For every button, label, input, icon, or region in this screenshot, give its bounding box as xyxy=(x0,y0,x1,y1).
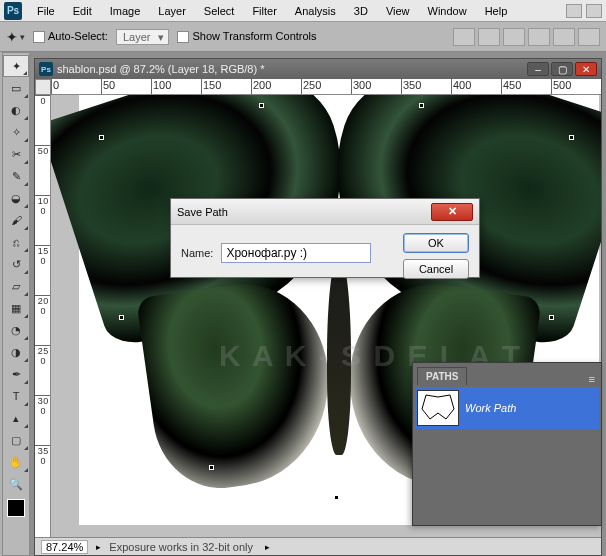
path-anchor[interactable] xyxy=(119,315,124,320)
menu-image[interactable]: Image xyxy=(101,5,150,17)
menu-filter[interactable]: Filter xyxy=(243,5,285,17)
window-close-button[interactable]: ✕ xyxy=(575,62,597,76)
align-button-3[interactable] xyxy=(503,28,525,46)
status-arrow-icon[interactable]: ▸ xyxy=(96,542,101,552)
path-item-name: Work Path xyxy=(465,402,516,414)
vertical-ruler[interactable]: 05 0 1 0 01 5 0 2 0 02 5 0 3 0 03 5 0 xyxy=(35,95,51,537)
status-bar: 87.24% ▸ Exposure works in 32-bit only ▸ xyxy=(35,537,601,555)
name-label: Name: xyxy=(181,247,213,259)
menu-file[interactable]: File xyxy=(28,5,64,17)
type-tool[interactable]: T xyxy=(3,385,29,407)
window-minimize-button[interactable]: – xyxy=(527,62,549,76)
brush-tool[interactable]: 🖌 xyxy=(3,209,29,231)
dialog-titlebar[interactable]: Save Path ✕ xyxy=(171,199,479,225)
panel-menu-icon[interactable]: ≡ xyxy=(583,373,601,385)
zoom-level[interactable]: 87.24% xyxy=(41,540,88,554)
path-name-input[interactable] xyxy=(221,243,371,263)
menu-layer[interactable]: Layer xyxy=(149,5,195,17)
toolbox: ✦ ▭ ◐ ✧ ✂ ✎ ◒ 🖌 ⎌ ↺ ▱ ▦ ◔ ◑ ✒ T ▴ ▢ ✋ 🔍 xyxy=(2,52,30,556)
path-anchor[interactable] xyxy=(209,465,214,470)
hand-tool[interactable]: ✋ xyxy=(3,451,29,473)
path-select-tool[interactable]: ▴ xyxy=(3,407,29,429)
spot-heal-tool[interactable]: ◒ xyxy=(3,187,29,209)
align-button-6[interactable] xyxy=(578,28,600,46)
show-transform-label: Show Transform Controls xyxy=(192,30,316,42)
horizontal-ruler[interactable]: 050 100150 200250 300350 400450 500 xyxy=(51,79,601,95)
show-transform-checkbox[interactable]: Show Transform Controls xyxy=(177,30,316,43)
menu-window[interactable]: Window xyxy=(419,5,476,17)
document-titlebar[interactable]: Ps shablon.psd @ 87.2% (Layer 18, RGB/8)… xyxy=(35,59,601,79)
fg-bg-color-swatch[interactable] xyxy=(7,499,25,517)
menu-3d[interactable]: 3D xyxy=(345,5,377,17)
options-bar: ✦▾ Auto-Select: Layer Show Transform Con… xyxy=(0,22,606,52)
menu-analysis[interactable]: Analysis xyxy=(286,5,345,17)
status-menu-icon[interactable]: ▸ xyxy=(265,542,270,552)
auto-select-label: Auto-Select: xyxy=(48,30,108,42)
align-button-2[interactable] xyxy=(478,28,500,46)
save-path-dialog: Save Path ✕ OK Cancel Name: xyxy=(170,198,480,278)
move-icon: ✦ xyxy=(6,29,18,45)
auto-select-dropdown[interactable]: Layer xyxy=(116,29,170,45)
move-tool[interactable]: ✦ xyxy=(3,55,29,77)
path-anchor[interactable] xyxy=(259,103,264,108)
screen-mode-button[interactable] xyxy=(586,4,602,18)
document-title: shablon.psd @ 87.2% (Layer 18, RGB/8) * xyxy=(57,63,264,75)
align-button-4[interactable] xyxy=(528,28,550,46)
auto-select-checkbox[interactable]: Auto-Select: xyxy=(33,30,108,43)
history-brush-tool[interactable]: ↺ xyxy=(3,253,29,275)
paths-panel: PATHS ≡ Work Path xyxy=(412,362,602,526)
magic-wand-tool[interactable]: ✧ xyxy=(3,121,29,143)
menu-select[interactable]: Select xyxy=(195,5,244,17)
doc-icon: Ps xyxy=(39,62,53,76)
app-logo: Ps xyxy=(4,2,22,20)
path-anchor[interactable] xyxy=(419,103,424,108)
ruler-origin[interactable] xyxy=(35,79,51,95)
menu-view[interactable]: View xyxy=(377,5,419,17)
status-message: Exposure works in 32-bit only xyxy=(109,541,253,553)
window-maximize-button[interactable]: ▢ xyxy=(551,62,573,76)
align-button-1[interactable] xyxy=(453,28,475,46)
lasso-tool[interactable]: ◐ xyxy=(3,99,29,121)
path-thumbnail xyxy=(417,390,459,426)
align-button-5[interactable] xyxy=(553,28,575,46)
rectangle-tool[interactable]: ▢ xyxy=(3,429,29,451)
pen-tool[interactable]: ✒ xyxy=(3,363,29,385)
path-anchor[interactable] xyxy=(99,135,104,140)
menu-help[interactable]: Help xyxy=(476,5,517,17)
crop-tool[interactable]: ✂ xyxy=(3,143,29,165)
cancel-button[interactable]: Cancel xyxy=(403,259,469,279)
marquee-tool[interactable]: ▭ xyxy=(3,77,29,99)
workspace-switcher[interactable] xyxy=(566,4,582,18)
ok-button[interactable]: OK xyxy=(403,233,469,253)
paths-tab[interactable]: PATHS xyxy=(417,367,467,385)
path-anchor[interactable] xyxy=(549,315,554,320)
dialog-close-button[interactable]: ✕ xyxy=(431,203,473,221)
menu-edit[interactable]: Edit xyxy=(64,5,101,17)
blur-tool[interactable]: ◔ xyxy=(3,319,29,341)
path-anchor[interactable] xyxy=(334,495,339,500)
dialog-title: Save Path xyxy=(177,206,228,218)
zoom-tool[interactable]: 🔍 xyxy=(3,473,29,495)
menu-bar: Ps File Edit Image Layer Select Filter A… xyxy=(0,0,606,22)
path-item[interactable]: Work Path xyxy=(415,387,599,429)
move-tool-indicator[interactable]: ✦▾ xyxy=(6,29,25,45)
path-anchor[interactable] xyxy=(569,135,574,140)
gradient-tool[interactable]: ▦ xyxy=(3,297,29,319)
eyedropper-tool[interactable]: ✎ xyxy=(3,165,29,187)
dodge-tool[interactable]: ◑ xyxy=(3,341,29,363)
eraser-tool[interactable]: ▱ xyxy=(3,275,29,297)
clone-stamp-tool[interactable]: ⎌ xyxy=(3,231,29,253)
